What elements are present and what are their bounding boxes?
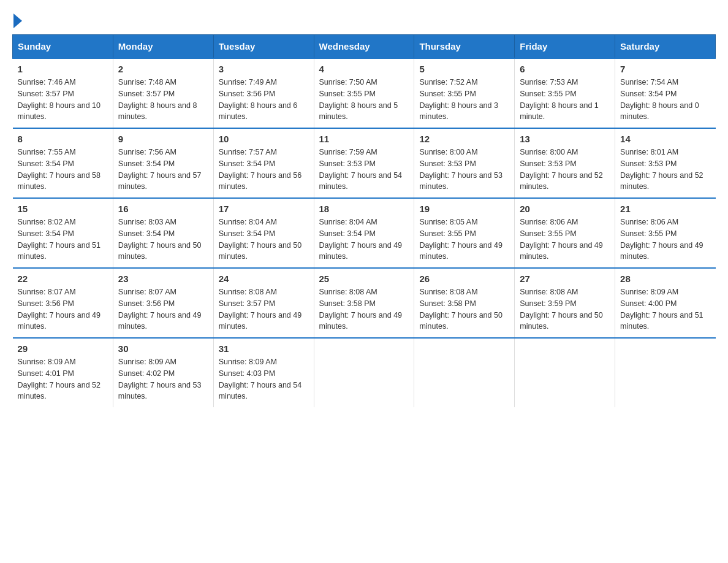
- day-info: Sunrise: 7:46 AM Sunset: 3:57 PM Dayligh…: [18, 77, 108, 123]
- calendar-header-thursday: Thursday: [414, 35, 515, 59]
- day-info: Sunrise: 7:52 AM Sunset: 3:55 PM Dayligh…: [419, 77, 509, 123]
- day-number: 27: [520, 274, 610, 284]
- calendar-header-tuesday: Tuesday: [213, 35, 314, 59]
- day-info: Sunrise: 7:56 AM Sunset: 3:54 PM Dayligh…: [118, 147, 208, 193]
- calendar-cell: [414, 338, 515, 407]
- calendar-cell: 8 Sunrise: 7:55 AM Sunset: 3:54 PM Dayli…: [13, 128, 113, 198]
- calendar-week-row: 22 Sunrise: 8:07 AM Sunset: 3:56 PM Dayl…: [13, 268, 716, 338]
- day-number: 3: [219, 64, 309, 74]
- calendar-cell: [615, 338, 716, 407]
- calendar-cell: 7 Sunrise: 7:54 AM Sunset: 3:54 PM Dayli…: [615, 58, 716, 128]
- day-info: Sunrise: 7:57 AM Sunset: 3:54 PM Dayligh…: [219, 147, 309, 193]
- calendar-cell: 29 Sunrise: 8:09 AM Sunset: 4:01 PM Dayl…: [13, 338, 113, 407]
- calendar-cell: 27 Sunrise: 8:08 AM Sunset: 3:59 PM Dayl…: [515, 268, 615, 338]
- day-info: Sunrise: 8:06 AM Sunset: 3:55 PM Dayligh…: [620, 216, 710, 262]
- calendar-cell: 2 Sunrise: 7:48 AM Sunset: 3:57 PM Dayli…: [113, 58, 213, 128]
- day-number: 25: [319, 274, 409, 284]
- day-info: Sunrise: 8:02 AM Sunset: 3:54 PM Dayligh…: [18, 216, 108, 262]
- day-number: 22: [18, 274, 108, 284]
- day-number: 13: [520, 134, 610, 144]
- calendar-cell: 30 Sunrise: 8:09 AM Sunset: 4:02 PM Dayl…: [113, 338, 213, 407]
- day-info: Sunrise: 8:08 AM Sunset: 3:58 PM Dayligh…: [419, 286, 509, 332]
- day-number: 5: [419, 64, 509, 74]
- day-number: 18: [319, 204, 409, 214]
- day-info: Sunrise: 8:06 AM Sunset: 3:55 PM Dayligh…: [520, 216, 610, 262]
- day-info: Sunrise: 8:00 AM Sunset: 3:53 PM Dayligh…: [419, 147, 509, 193]
- day-info: Sunrise: 7:54 AM Sunset: 3:54 PM Dayligh…: [620, 77, 710, 123]
- calendar-header-wednesday: Wednesday: [314, 35, 414, 59]
- day-number: 12: [419, 134, 509, 144]
- day-info: Sunrise: 8:08 AM Sunset: 3:59 PM Dayligh…: [520, 286, 610, 332]
- day-number: 7: [620, 64, 710, 74]
- day-number: 21: [620, 204, 710, 214]
- calendar-header-sunday: Sunday: [13, 35, 113, 59]
- calendar-cell: 13 Sunrise: 8:00 AM Sunset: 3:53 PM Dayl…: [515, 128, 615, 198]
- calendar-cell: 11 Sunrise: 7:59 AM Sunset: 3:53 PM Dayl…: [314, 128, 414, 198]
- logo-arrow-icon: [13, 13, 22, 28]
- calendar-cell: 5 Sunrise: 7:52 AM Sunset: 3:55 PM Dayli…: [414, 58, 515, 128]
- calendar-cell: 25 Sunrise: 8:08 AM Sunset: 3:58 PM Dayl…: [314, 268, 414, 338]
- day-number: 23: [118, 274, 208, 284]
- calendar-cell: 3 Sunrise: 7:49 AM Sunset: 3:56 PM Dayli…: [213, 58, 314, 128]
- day-number: 14: [620, 134, 710, 144]
- day-info: Sunrise: 8:08 AM Sunset: 3:58 PM Dayligh…: [319, 286, 409, 332]
- day-info: Sunrise: 7:59 AM Sunset: 3:53 PM Dayligh…: [319, 147, 409, 193]
- calendar-cell: 21 Sunrise: 8:06 AM Sunset: 3:55 PM Dayl…: [615, 198, 716, 268]
- page-header: [12, 12, 716, 28]
- calendar-table: SundayMondayTuesdayWednesdayThursdayFrid…: [12, 34, 716, 407]
- calendar-cell: 6 Sunrise: 7:53 AM Sunset: 3:55 PM Dayli…: [515, 58, 615, 128]
- calendar-cell: 24 Sunrise: 8:08 AM Sunset: 3:57 PM Dayl…: [213, 268, 314, 338]
- calendar-week-row: 1 Sunrise: 7:46 AM Sunset: 3:57 PM Dayli…: [13, 58, 716, 128]
- day-number: 8: [18, 134, 108, 144]
- day-number: 16: [118, 204, 208, 214]
- day-info: Sunrise: 8:01 AM Sunset: 3:53 PM Dayligh…: [620, 147, 710, 193]
- calendar-cell: 19 Sunrise: 8:05 AM Sunset: 3:55 PM Dayl…: [414, 198, 515, 268]
- calendar-cell: 9 Sunrise: 7:56 AM Sunset: 3:54 PM Dayli…: [113, 128, 213, 198]
- day-number: 4: [319, 64, 409, 74]
- calendar-header-row: SundayMondayTuesdayWednesdayThursdayFrid…: [13, 35, 716, 59]
- day-info: Sunrise: 8:09 AM Sunset: 4:02 PM Dayligh…: [118, 356, 208, 402]
- calendar-cell: 23 Sunrise: 8:07 AM Sunset: 3:56 PM Dayl…: [113, 268, 213, 338]
- calendar-cell: 14 Sunrise: 8:01 AM Sunset: 3:53 PM Dayl…: [615, 128, 716, 198]
- day-info: Sunrise: 8:07 AM Sunset: 3:56 PM Dayligh…: [118, 286, 208, 332]
- day-number: 31: [219, 343, 309, 354]
- day-info: Sunrise: 8:04 AM Sunset: 3:54 PM Dayligh…: [319, 216, 409, 262]
- day-info: Sunrise: 8:09 AM Sunset: 4:00 PM Dayligh…: [620, 286, 710, 332]
- logo: [12, 12, 23, 28]
- day-number: 20: [520, 204, 610, 214]
- calendar-cell: 22 Sunrise: 8:07 AM Sunset: 3:56 PM Dayl…: [13, 268, 113, 338]
- day-info: Sunrise: 8:08 AM Sunset: 3:57 PM Dayligh…: [219, 286, 309, 332]
- day-info: Sunrise: 7:48 AM Sunset: 3:57 PM Dayligh…: [118, 77, 208, 123]
- day-number: 24: [219, 274, 309, 284]
- calendar-week-row: 29 Sunrise: 8:09 AM Sunset: 4:01 PM Dayl…: [13, 338, 716, 407]
- day-number: 26: [419, 274, 509, 284]
- day-info: Sunrise: 8:00 AM Sunset: 3:53 PM Dayligh…: [520, 147, 610, 193]
- day-number: 10: [219, 134, 309, 144]
- day-number: 2: [118, 64, 208, 74]
- calendar-cell: 1 Sunrise: 7:46 AM Sunset: 3:57 PM Dayli…: [13, 58, 113, 128]
- calendar-cell: 31 Sunrise: 8:09 AM Sunset: 4:03 PM Dayl…: [213, 338, 314, 407]
- day-info: Sunrise: 8:07 AM Sunset: 3:56 PM Dayligh…: [18, 286, 108, 332]
- calendar-cell: 26 Sunrise: 8:08 AM Sunset: 3:58 PM Dayl…: [414, 268, 515, 338]
- day-number: 17: [219, 204, 309, 214]
- day-number: 19: [419, 204, 509, 214]
- calendar-cell: 10 Sunrise: 7:57 AM Sunset: 3:54 PM Dayl…: [213, 128, 314, 198]
- day-number: 6: [520, 64, 610, 74]
- day-info: Sunrise: 8:09 AM Sunset: 4:03 PM Dayligh…: [219, 356, 309, 402]
- calendar-cell: 16 Sunrise: 8:03 AM Sunset: 3:54 PM Dayl…: [113, 198, 213, 268]
- calendar-cell: 4 Sunrise: 7:50 AM Sunset: 3:55 PM Dayli…: [314, 58, 414, 128]
- day-number: 1: [18, 64, 108, 74]
- calendar-header-monday: Monday: [113, 35, 213, 59]
- calendar-cell: 12 Sunrise: 8:00 AM Sunset: 3:53 PM Dayl…: [414, 128, 515, 198]
- day-info: Sunrise: 8:04 AM Sunset: 3:54 PM Dayligh…: [219, 216, 309, 262]
- day-number: 9: [118, 134, 208, 144]
- day-number: 28: [620, 274, 710, 284]
- day-info: Sunrise: 7:49 AM Sunset: 3:56 PM Dayligh…: [219, 77, 309, 123]
- calendar-header-saturday: Saturday: [615, 35, 716, 59]
- day-number: 29: [18, 343, 108, 354]
- day-info: Sunrise: 8:03 AM Sunset: 3:54 PM Dayligh…: [118, 216, 208, 262]
- calendar-cell: [515, 338, 615, 407]
- day-info: Sunrise: 7:55 AM Sunset: 3:54 PM Dayligh…: [18, 147, 108, 193]
- calendar-header-friday: Friday: [515, 35, 615, 59]
- calendar-cell: 15 Sunrise: 8:02 AM Sunset: 3:54 PM Dayl…: [13, 198, 113, 268]
